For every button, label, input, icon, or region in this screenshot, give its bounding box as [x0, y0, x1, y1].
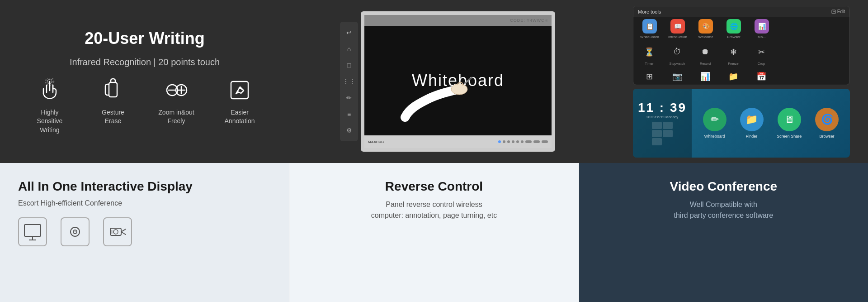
allInOne-subtitle: Escort High-efficient Conference [18, 199, 271, 207]
bottom-col-reverse: Reverse Control Panel reverse control wi… [289, 163, 579, 302]
allInOne-icons [18, 217, 271, 246]
projector-icon [103, 217, 132, 246]
tool-timer-label: Timer [645, 62, 654, 66]
mini-cell-3 [652, 130, 662, 137]
timer-icon: ⏳ [641, 44, 657, 60]
allInOne-icon-projector [103, 217, 132, 246]
tool-pollkit[interactable]: 📊 PollKit [694, 68, 717, 85]
home-app-finder[interactable]: 📁 Finder [740, 108, 764, 139]
allInOne-title: All In One Interactive Display [18, 179, 271, 194]
feature-annotation-label: EasierAnnotation [225, 108, 255, 126]
tool-camera[interactable]: 📷 Camera [666, 68, 689, 85]
home-screenshare-label: Screen Share [777, 134, 802, 139]
whiteboard-content: Whiteboard [364, 26, 552, 135]
filetran-icon: 📁 [725, 68, 741, 85]
home-icon[interactable]: ⌂ [343, 43, 355, 55]
tool-timer[interactable]: ⏳ Timer [638, 44, 660, 66]
tool-freeze-label: Freeze [728, 62, 738, 66]
whiteboard-logo: MAXHUB [368, 140, 384, 144]
camera-icon: 📷 [669, 68, 685, 85]
tool-record[interactable]: ⏺ Record [694, 44, 717, 66]
bottom-col-video: Video Conference Well Compatible withthi… [579, 163, 868, 302]
app-ma[interactable]: 📊 Ma... [750, 19, 774, 39]
menu-icon[interactable]: ≡ [343, 108, 355, 120]
screenshot-top-bar: More tools Edit [633, 6, 849, 17]
wb-dot-2 [503, 140, 505, 143]
home-app-browser[interactable]: 🌀 Browser [815, 108, 839, 139]
features-row: HighlySensitive Writing GestureErase [27, 77, 262, 135]
edit-icon [226, 77, 253, 104]
screenshot-home: 11 : 39 2023/06/19 Monday ✏ Whiteboard 📁 [633, 89, 850, 158]
apps-icon[interactable]: ⋮⋮ [343, 75, 355, 88]
tool-stopwatch[interactable]: ⏱ Stopwatch [666, 44, 689, 66]
home-browser-label: Browser [820, 134, 835, 139]
pollkit-icon: 📊 [697, 68, 713, 85]
svg-point-10 [451, 84, 467, 95]
home-screenshare-icon: 🖥 [778, 108, 801, 131]
pen-icon[interactable]: ✏ [343, 91, 355, 104]
mini-cell-5 [652, 138, 662, 145]
svg-point-21 [113, 230, 118, 234]
home-date: 2023/06/19 Monday [646, 115, 679, 119]
mini-cell-1 [652, 122, 662, 129]
svg-rect-13 [832, 10, 835, 14]
tool-filetran[interactable]: 📁 Fast File Tran... [722, 68, 745, 85]
app-introduction[interactable]: 📖 Introduction [666, 19, 689, 39]
camera2-icon [61, 217, 90, 246]
bottom-col-allInOne: All In One Interactive Display Escort Hi… [0, 163, 289, 302]
home-whiteboard-label: Whiteboard [704, 134, 725, 139]
app-welcome[interactable]: 🎨 Welcome [694, 19, 717, 39]
back-icon[interactable]: ↩ [343, 26, 355, 39]
tool-freeze[interactable]: ❄ Freeze [722, 44, 745, 66]
app-browser-label: Browser [727, 35, 740, 39]
allInOne-icon-display [18, 217, 47, 246]
wb-dot-4 [512, 140, 514, 143]
svg-rect-14 [24, 225, 41, 236]
hand-icon [36, 77, 63, 104]
sub-title: Infrared Recognition | 20 points touch [70, 57, 220, 67]
settings-sidebar-icon[interactable]: ⚙ [343, 124, 355, 137]
wb-dot-6 [521, 140, 524, 143]
crop-icon: ✂ [753, 44, 769, 60]
app-welcome-label: Welcome [698, 35, 713, 39]
center-panel: ↩ ⌂ □ ⋮⋮ ✏ ≡ ⚙ CODE: Y4WWCH Whiteboard [271, 11, 624, 152]
svg-point-19 [75, 231, 75, 232]
wb-dot-8 [533, 140, 540, 143]
freeze-icon: ❄ [725, 44, 741, 60]
app-ma-label: Ma... [758, 35, 766, 39]
tool-stopwatch-label: Stopwatch [669, 62, 685, 66]
edit-button[interactable]: Edit [831, 9, 845, 14]
tool-split[interactable]: ⊞ Split screen [638, 68, 660, 85]
more-tools-title: More tools [638, 9, 661, 14]
home-finder-icon: 📁 [740, 108, 764, 131]
feature-zoom: Zoom in&outFreely [154, 77, 199, 126]
bottom-section: All In One Interactive Display Escort Hi… [0, 163, 868, 302]
right-panel: More tools Edit 📋 WhiteBoard 📖 In [633, 6, 850, 158]
glove-icon [99, 77, 127, 104]
feature-zoom-label: Zoom in&outFreely [158, 108, 194, 126]
app-browser[interactable]: 🌐 Browser [722, 19, 745, 39]
display-icon [18, 217, 47, 246]
tool-crop[interactable]: ✂ Crop [750, 44, 773, 66]
wb-dot-5 [516, 140, 519, 143]
tool-crop-label: Crop [758, 62, 765, 66]
zoom-icon [163, 77, 190, 104]
split-icon: ⊞ [641, 68, 657, 85]
feature-sensitive: HighlySensitive Writing [27, 77, 72, 135]
home-app-whiteboard[interactable]: ✏ Whiteboard [703, 108, 726, 139]
whiteboard-top-bar: CODE: Y4WWCH [364, 15, 552, 26]
tool-calendar[interactable]: 📅 Calendar [750, 68, 773, 85]
reverse-title: Reverse Control [307, 179, 560, 194]
home-app-screenshare[interactable]: 🖥 Screen Share [777, 108, 802, 139]
wb-dot-3 [507, 140, 510, 143]
home-apps-panel: ✏ Whiteboard 📁 Finder 🖥 Screen Share 🌀 B… [692, 89, 850, 158]
wb-dot-1 [498, 140, 501, 143]
home-browser-icon: 🌀 [815, 108, 839, 131]
home-time-panel: 11 : 39 2023/06/19 Monday [633, 89, 692, 158]
whiteboard-hand [401, 77, 473, 122]
app-whiteboard[interactable]: 📋 WhiteBoard [638, 19, 661, 39]
window-icon[interactable]: □ [343, 59, 355, 72]
wb-dot-9 [542, 140, 548, 143]
feature-sensitive-label: HighlySensitive Writing [27, 108, 72, 135]
home-whiteboard-icon: ✏ [703, 108, 726, 131]
